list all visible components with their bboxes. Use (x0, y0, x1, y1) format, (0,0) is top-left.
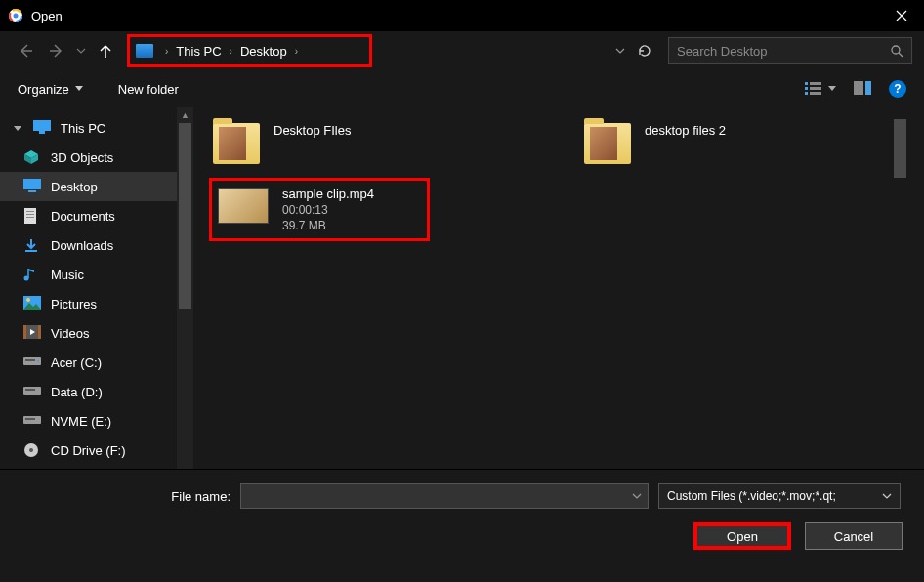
tree-scrollbar[interactable]: ▲ (177, 107, 193, 469)
file-type-select[interactable]: Custom Files (*.video;*.mov;*.qt; (658, 483, 901, 509)
chevron-right-icon[interactable]: › (291, 46, 302, 57)
tree-root-label: This PC (61, 121, 105, 136)
folder-icon (584, 123, 631, 164)
svg-rect-30 (25, 359, 35, 361)
svg-rect-13 (865, 81, 871, 95)
file-name: sample clip.mp4 (282, 187, 374, 201)
organize-button[interactable]: Organize (18, 82, 83, 97)
tree-item-videos[interactable]: Videos (0, 318, 177, 348)
svg-rect-18 (24, 208, 36, 224)
disc-icon (23, 442, 41, 458)
scroll-thumb[interactable] (894, 119, 906, 178)
desktop-icon (23, 179, 41, 194)
svg-rect-12 (854, 81, 863, 95)
svg-point-23 (24, 276, 29, 281)
svg-point-37 (29, 448, 33, 452)
scroll-up-icon[interactable]: ▲ (177, 107, 193, 123)
chevron-down-icon[interactable] (632, 493, 642, 499)
close-button[interactable] (879, 0, 924, 31)
refresh-button[interactable] (637, 43, 652, 59)
nav-tree: This PC 3D Objects Desktop Documents Dow… (0, 107, 193, 469)
tree-item-label: Music (51, 268, 84, 282)
monitor-icon (136, 44, 153, 58)
newfolder-label: New folder (118, 82, 179, 97)
svg-rect-9 (810, 87, 821, 90)
file-duration: 00:00:13 (282, 203, 374, 217)
search-input[interactable]: Search Desktop (668, 37, 912, 64)
tree-item-drive-d[interactable]: Data (D:) (0, 377, 177, 406)
breadcrumb-seg-thispc[interactable]: This PC (172, 44, 225, 59)
monitor-icon (33, 120, 51, 136)
svg-point-31 (37, 360, 39, 362)
chevron-right-icon[interactable]: › (161, 46, 172, 57)
tree-item-documents[interactable]: Documents (0, 201, 177, 230)
folder-name: Desktop FIles (273, 123, 351, 138)
chevron-down-icon (828, 86, 836, 92)
up-button[interactable] (92, 37, 119, 64)
tree-item-label: Downloads (51, 238, 113, 253)
svg-rect-17 (28, 190, 36, 192)
chevron-down-icon (882, 493, 892, 499)
history-dropdown-icon[interactable] (615, 48, 625, 54)
svg-rect-35 (25, 418, 35, 420)
svg-point-5 (892, 46, 900, 54)
view-mode-button[interactable] (805, 81, 836, 97)
preview-pane-button[interactable] (854, 80, 871, 99)
svg-rect-11 (810, 92, 821, 95)
scroll-thumb[interactable] (179, 123, 191, 309)
tree-item-cd-drive[interactable]: CD Drive (F:) (0, 436, 177, 465)
tree-item-label: 3D Objects (51, 150, 113, 165)
music-icon (23, 267, 41, 282)
svg-rect-15 (39, 131, 45, 134)
chevron-down-icon (75, 86, 83, 92)
tree-item-pictures[interactable]: Pictures (0, 289, 177, 318)
back-button[interactable] (12, 37, 39, 64)
chevron-right-icon[interactable]: › (226, 46, 236, 57)
open-button[interactable]: Open (693, 522, 791, 550)
cancel-button[interactable]: Cancel (805, 522, 903, 550)
app-icon (8, 8, 23, 23)
help-button[interactable]: ? (889, 80, 906, 98)
tree-item-label: Desktop (51, 180, 98, 194)
tree-item-drive-e[interactable]: NVME (E:) (0, 406, 177, 436)
files-scrollbar[interactable] (892, 119, 908, 457)
search-placeholder: Search Desktop (677, 44, 890, 59)
tree-item-desktop[interactable]: Desktop (0, 172, 177, 201)
tree-item-drive-c[interactable]: Acer (C:) (0, 348, 177, 377)
tree-item-label: Data (D:) (51, 385, 103, 399)
drive-icon (23, 354, 41, 370)
tree-item-downloads[interactable]: Downloads (0, 230, 177, 260)
drive-icon (23, 384, 41, 399)
new-folder-button[interactable]: New folder (118, 82, 179, 97)
view-list-icon (805, 81, 822, 97)
svg-rect-7 (810, 82, 821, 85)
tree-item-music[interactable]: Music (0, 260, 177, 289)
file-list[interactable]: Desktop FIles desktop files 2 sample cli… (193, 107, 924, 469)
file-type-label: Custom Files (*.video;*.mov;*.qt; (667, 489, 836, 503)
preview-pane-icon (854, 80, 871, 96)
breadcrumb[interactable]: › This PC › Desktop › (127, 34, 372, 67)
recent-dropdown[interactable] (74, 37, 88, 64)
video-thumbnail (218, 188, 269, 224)
filename-input[interactable] (240, 483, 649, 509)
folder-item[interactable]: Desktop FIles (209, 119, 502, 168)
videos-icon (23, 325, 41, 341)
tree-root-thispc[interactable]: This PC (0, 113, 177, 143)
open-label: Open (727, 529, 758, 544)
tree-item-label: CD Drive (F:) (51, 443, 126, 458)
document-icon (23, 208, 41, 224)
pictures-icon (23, 296, 41, 312)
tree-item-3d-objects[interactable]: 3D Objects (0, 143, 177, 172)
file-item-video[interactable]: sample clip.mp4 00:00:13 39.7 MB (209, 178, 430, 241)
window-title: Open (31, 9, 879, 23)
folder-name: desktop files 2 (645, 123, 726, 138)
tree-item-label: Pictures (51, 297, 97, 312)
folder-item[interactable]: desktop files 2 (580, 119, 873, 168)
tree-item-label: Acer (C:) (51, 355, 102, 370)
svg-rect-27 (23, 325, 26, 339)
svg-rect-6 (805, 82, 808, 85)
tree-item-label: NVME (E:) (51, 414, 111, 429)
breadcrumb-seg-desktop[interactable]: Desktop (236, 44, 291, 59)
forward-button[interactable] (43, 37, 70, 64)
svg-rect-10 (805, 92, 808, 95)
